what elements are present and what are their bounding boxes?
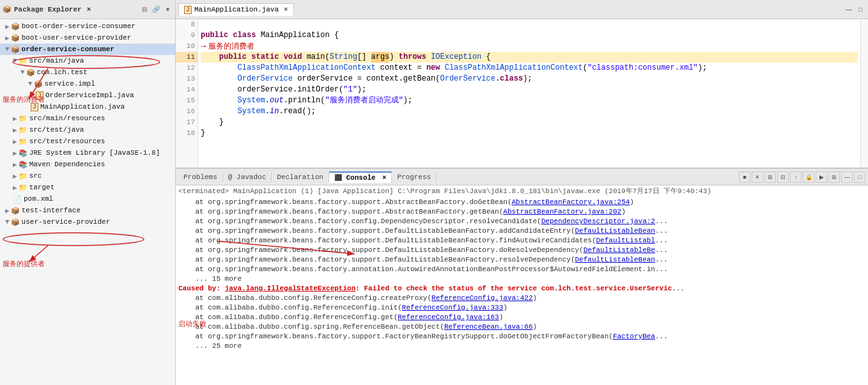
tree-item-test-interface[interactable]: ▶ 📦 test-interface (0, 205, 175, 216)
link-dlbf-1[interactable]: DefaultListableBean (575, 227, 655, 235)
tab-console[interactable]: ⬛ Console × (329, 171, 392, 183)
sidebar-header: 📦 Package Explorer × ⊟ 🔗 ▾ (0, 0, 175, 19)
console-btn4[interactable]: ⊟ (777, 171, 789, 183)
class-orderservice2: OrderService (440, 74, 495, 84)
console-caused-3: at com.alibaba.dubbo.config.ReferenceCon… (178, 313, 865, 322)
tree-expand-icon: ▶ (5, 22, 10, 31)
console-caused-line: Caused by: java.lang.IllegalStateExcepti… (178, 284, 865, 294)
tree-item-label: JRE System Library [JavaSE-1.8] (29, 149, 160, 157)
tree-item-maven-deps[interactable]: ▶ 📚 Maven Dependencies (0, 159, 175, 170)
link-dlbf-3[interactable]: DefaultListableBe (584, 246, 655, 254)
minimap (860, 19, 868, 168)
console-stop-btn[interactable]: ■ (739, 171, 750, 183)
tree-item-com-lch-test[interactable]: ▼ 📦 com.lch.test (0, 67, 175, 78)
collapse-all-btn[interactable]: ⊟ (139, 4, 150, 15)
tree-item-src-main-resources[interactable]: ▶ 📁 src/main/resources (0, 113, 175, 124)
keyword-class: class (233, 30, 256, 41)
code-line-16: System.in.read(); (201, 106, 858, 117)
tree-item-user-service-provider[interactable]: ▼ 📦 user-service-provider (0, 216, 175, 228)
code-area[interactable]: public class MainApplication { → 服务的消费者 … (198, 19, 860, 168)
tree-item-label: boot-user-service-provider (22, 34, 132, 42)
tree-item-service-impl[interactable]: ▼ 📦 service.impl (0, 78, 175, 90)
line-num-8: 8 (176, 19, 198, 30)
var-context: context (380, 63, 412, 74)
editor-tab-close[interactable]: × (284, 6, 288, 13)
link-refbean[interactable]: ReferenceBean.java:66 (444, 323, 533, 331)
line-num-11: 11 (176, 52, 198, 63)
link-editor-btn[interactable]: 🔗 (151, 4, 161, 15)
console-btn5[interactable]: ↑ (790, 171, 802, 183)
link-fbrs[interactable]: FactoryBea (613, 333, 655, 340)
arg-args: args (371, 52, 390, 63)
console-btn7[interactable]: ▶ (816, 171, 827, 183)
maven-icon: 📚 (19, 161, 27, 169)
sidebar-close-btn[interactable]: × (87, 6, 91, 13)
minimize-editor-btn[interactable]: — (844, 4, 854, 15)
terminated-text: <terminated> MainApplication (1) [Java A… (178, 187, 711, 195)
link-refconfig-2[interactable]: ReferenceConfig.java:333 (402, 304, 503, 311)
kw-new: new (426, 63, 440, 74)
console-tabs: Problems @ Javadoc Declaration ⬛ Console… (178, 171, 437, 183)
str-classpath: "classpath:consumer.xml" (587, 63, 698, 74)
tree-item-target[interactable]: ▶ 📁 target (0, 182, 175, 193)
console-caused-6: ... 25 more (178, 342, 865, 351)
str-1: "1" (343, 84, 357, 95)
sidebar-menu-btn[interactable]: ▾ (162, 4, 173, 15)
tree-item-src-test-java[interactable]: ▶ 📁 src/test/java (0, 124, 175, 136)
console-line-6: at org.springframework.beans.factory.sup… (178, 246, 865, 255)
src-folder-icon: 📁 (19, 114, 27, 123)
tab-progress[interactable]: Progress (392, 172, 437, 182)
console-content[interactable]: <terminated> MainApplication (1) [Java A… (176, 185, 868, 385)
console-line-1: at org.springframework.beans.factory.sup… (178, 198, 865, 207)
tree-item-src-test-resources[interactable]: ▶ 📁 src/test/resources (0, 136, 175, 147)
link-dlbf-2[interactable]: DefaultListabl (596, 237, 655, 244)
console-line-9: ... 15 more (178, 274, 865, 284)
console-maximize-btn[interactable]: □ (854, 171, 865, 183)
tree-item-label: src/main/java (29, 57, 84, 65)
link-refconfig-3[interactable]: ReferenceConfig.java:163 (398, 313, 499, 321)
link-illegal-state[interactable]: java.lang.IllegalStateException (225, 285, 356, 292)
editor-content: 8 9 10 11 12 13 14 15 16 17 18 (176, 19, 868, 168)
maximize-editor-btn[interactable]: □ (855, 4, 865, 15)
console-line-3: at org.springframework.beans.factory.con… (178, 217, 865, 226)
link-dlbf-4[interactable]: DefaultListableBean (575, 256, 655, 263)
class-system2: System (238, 106, 265, 117)
tree-item-label: src/main/resources (29, 114, 105, 122)
tree-item-jre[interactable]: ▶ 📚 JRE System Library [JavaSE-1.8] (0, 147, 175, 159)
tree-item-order-consumer[interactable]: ▼ 📦 order-service-consumer (0, 43, 175, 55)
tree-item-src[interactable]: ▶ 📁 src (0, 170, 175, 182)
console-tab-close[interactable]: × (382, 175, 386, 182)
src-folder-icon: 📁 (19, 138, 27, 146)
line-num-16: 16 (176, 106, 198, 117)
tree-expand-icon: ▼ (28, 80, 33, 88)
tree-expand-icon: ▶ (5, 207, 10, 215)
link-refconfig-1[interactable]: ReferenceConfig.java:422 (431, 294, 532, 302)
link-depdescp[interactable]: DependencyDescriptor.java:2 (541, 217, 655, 225)
tree-item-boot-order-consumer[interactable]: ▶ 📦 boot-order-service-consumer (0, 20, 175, 32)
line-num-10: 10 (176, 41, 198, 52)
console-btn8[interactable]: ⊞ (828, 171, 840, 183)
pkg-icon: 📦 (11, 45, 20, 54)
target-folder-icon: 📁 (19, 184, 27, 192)
classname-mainapplication: MainApplication (261, 30, 330, 41)
line-numbers: 8 9 10 11 12 13 14 15 16 17 18 (176, 19, 198, 168)
console-btn3[interactable]: ⊞ (764, 171, 776, 183)
field-out: out (270, 95, 284, 106)
tree-item-pom-xml[interactable]: 📄 pom.xml (0, 193, 175, 205)
link-abstractbeanfactory-1[interactable]: AbstractBeanFactory.java:254 (512, 198, 630, 206)
console-scroll-lock-btn[interactable]: 🔒 (803, 171, 814, 183)
editor-tab-mainapplication[interactable]: J MainApplication.java × (178, 3, 294, 16)
tree-item-orderserviceimpl[interactable]: J OrderServiceImpl.java (0, 90, 175, 101)
console-clear-btn[interactable]: ✕ (752, 171, 763, 183)
tree-item-boot-user-provider[interactable]: ▶ 📦 boot-user-service-provider (0, 32, 175, 43)
link-abstractbeanfactory-2[interactable]: AbstractBeanFactory.java:202 (503, 208, 621, 216)
tree-item-src-main-java[interactable]: ▼ 📁 src/main/java (0, 55, 175, 67)
tab-declaration[interactable]: Declaration (272, 172, 329, 182)
tab-javadoc[interactable]: @ Javadoc (223, 172, 272, 182)
tree-item-mainapplication[interactable]: J MainApplication.java (0, 101, 175, 113)
src-folder-icon: 📁 (19, 126, 27, 134)
tree-expand-icon: ▶ (13, 161, 17, 169)
tab-problems[interactable]: Problems (178, 172, 223, 182)
code-line-15: System.out.println("服务消费者启动完成"); (201, 95, 858, 106)
console-minimize-btn[interactable]: — (841, 171, 853, 183)
